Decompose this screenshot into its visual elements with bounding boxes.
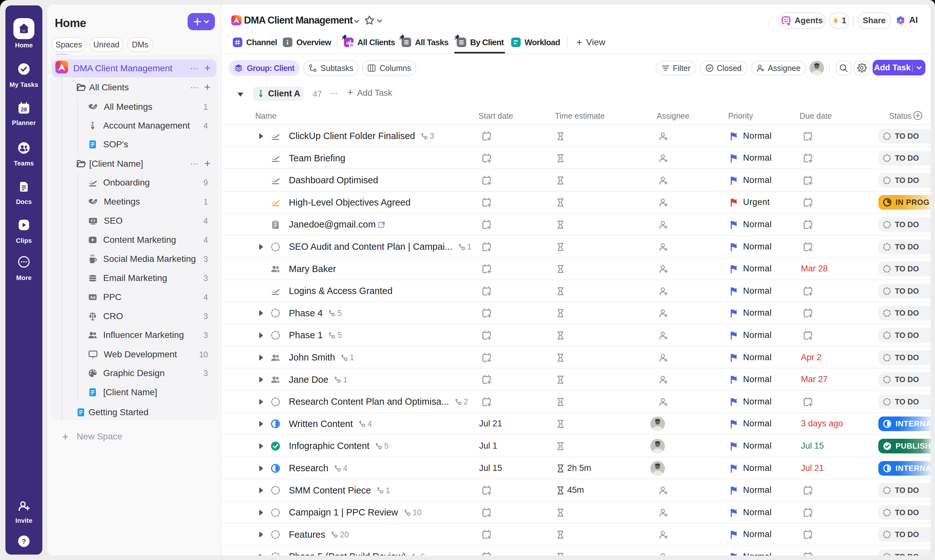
svg-text:28: 28	[21, 106, 27, 112]
svg-text:?: ?	[22, 537, 26, 545]
svg-text:Ad: Ad	[90, 295, 95, 300]
